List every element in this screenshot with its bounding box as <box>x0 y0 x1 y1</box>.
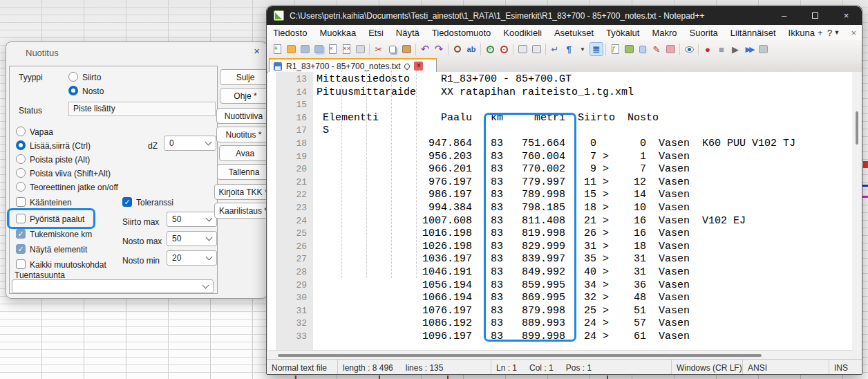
menu-ikkuna[interactable]: Ikkuna <box>782 28 821 38</box>
menu-nayta[interactable]: Näytä <box>390 28 426 38</box>
dropdown-caret-icon[interactable]: ▼ <box>576 42 589 56</box>
zoom-in-icon[interactable]: + <box>483 42 497 56</box>
nuottiviiva-button[interactable]: Nuottiviiva <box>216 108 271 124</box>
radio-teoreettinen-label[interactable]: Teoreettinen jatke on/off <box>30 183 118 192</box>
macro-run-multiple-icon[interactable]: ▶▶ <box>742 42 756 56</box>
radio-poista-viiva-label[interactable]: Poista viiva (Shift+Alt) <box>30 169 111 178</box>
tab-close-icon[interactable]: × <box>414 62 423 71</box>
word-wrap-icon[interactable]: ↵ <box>548 42 562 56</box>
tab-list-arrow-icon[interactable]: ▼ <box>833 29 840 36</box>
menu-asetukset[interactable]: Asetukset <box>548 28 600 38</box>
copy-icon[interactable] <box>386 42 399 56</box>
checkbox-nayta-elementit-label[interactable]: Näytä elementit <box>30 245 87 255</box>
horizontal-scrollbar-thumb[interactable] <box>278 354 762 357</box>
pin-icon[interactable] <box>404 62 411 70</box>
undo-icon[interactable]: ↶ <box>418 42 432 56</box>
replace-icon[interactable]: ab <box>464 42 478 56</box>
macro-play-icon[interactable]: ▶ <box>728 42 742 56</box>
status-eol[interactable]: Windows (CR LF) <box>677 363 742 373</box>
menu-muokkaa[interactable]: Muokkaa <box>313 28 362 38</box>
kaarilistaus-button[interactable]: Kaarilistaus * <box>214 203 272 219</box>
project-panel-icon[interactable] <box>663 42 677 56</box>
checkbox-tukemiskone-km-label[interactable]: Tukemiskone km <box>30 230 92 239</box>
new-tab-plus-icon[interactable]: + <box>818 28 823 38</box>
macro-record-icon[interactable]: ● <box>701 42 715 56</box>
indent-guide-icon[interactable]: ≣ <box>589 42 603 56</box>
vertical-scrollbar-thumb[interactable] <box>856 111 858 145</box>
siirto-max-combo[interactable]: 50 <box>167 212 217 227</box>
cut-icon[interactable]: ✂ <box>372 42 386 56</box>
radio-siirto[interactable] <box>68 72 78 82</box>
menu-liitannaiset[interactable]: Liitännäiset <box>724 28 782 38</box>
radio-poista-piste-label[interactable]: Poista piste (Alt) <box>30 155 90 165</box>
menu-tyokalut[interactable]: Työkalut <box>600 28 645 38</box>
show-symbols-icon[interactable]: ¶ <box>562 42 576 56</box>
menu-koodikieli[interactable]: Koodikieli <box>497 28 548 38</box>
print-icon[interactable] <box>353 42 367 56</box>
menu-etsi[interactable]: Etsi <box>362 28 390 38</box>
sync-vertical-icon[interactable] <box>516 42 529 56</box>
close-button[interactable]: × <box>831 6 862 25</box>
sync-horizontal-icon[interactable] <box>529 42 543 56</box>
sulje-button[interactable]: Sulje <box>220 69 271 85</box>
dz-combo[interactable]: 0 <box>164 136 216 151</box>
macro-stop-icon[interactable]: ■ <box>715 42 728 56</box>
vertical-scrollbar[interactable] <box>852 72 862 350</box>
radio-lisaa-siirra-label[interactable]: Lisää,siirrä (Ctrl) <box>30 141 91 151</box>
checkbox-kaanteinen[interactable] <box>16 197 26 207</box>
dialog-close-icon[interactable]: × <box>254 45 260 57</box>
radio-siirto-label[interactable]: Siirto <box>82 73 101 82</box>
checkbox-kaikki-muutoskohdat[interactable] <box>16 259 26 269</box>
tallenna-button[interactable]: Tallenna <box>217 164 271 180</box>
menu-tiedostomuoto[interactable]: Tiedostomuoto <box>426 28 498 38</box>
checkbox-kaanteinen-label[interactable]: Käänteinen <box>30 198 72 207</box>
horizontal-scrollbar[interactable] <box>268 350 852 359</box>
zoom-out-icon[interactable]: - <box>497 42 511 56</box>
paste-icon[interactable] <box>399 42 413 56</box>
checkbox-kaikki-muutoskohdat-label[interactable]: Kaikki muutoskohdat <box>30 260 106 270</box>
close-tab-icon[interactable]: × <box>851 28 856 38</box>
open-file-icon[interactable] <box>284 42 298 56</box>
radio-teoreettinen[interactable] <box>16 182 26 192</box>
kirjoita-tkk-button[interactable]: Kirjoita TKK * <box>214 184 272 200</box>
radio-lisaa-siirra[interactable] <box>16 140 26 150</box>
new-file-icon[interactable]: + <box>270 42 284 56</box>
ohje-button[interactable]: Ohje * <box>220 88 271 104</box>
tab-active[interactable]: R1_83+700 - 85+700_notes.txt × <box>269 58 437 73</box>
close-all-icon[interactable]: ×× <box>339 42 353 56</box>
checkbox-toleranssi-label[interactable]: Toleranssi <box>136 198 173 207</box>
checkbox-toleranssi[interactable]: ✓ <box>122 197 132 207</box>
nosto-min-combo[interactable]: 20 <box>167 250 217 266</box>
close-file-icon[interactable]: × <box>326 42 339 56</box>
nuotitus-button[interactable]: Nuotitus * <box>216 127 271 142</box>
nosto-max-combo[interactable]: 50 <box>167 231 217 246</box>
maximize-button[interactable] <box>800 6 831 25</box>
radio-poista-viiva[interactable] <box>16 168 26 178</box>
checkbox-tukemiskone-km[interactable]: ✓ <box>16 229 26 239</box>
find-icon[interactable] <box>451 42 464 56</box>
radio-poista-piste[interactable] <box>16 154 26 164</box>
document-list-icon[interactable]: ✎ <box>650 42 663 56</box>
menu-suorita[interactable]: Suorita <box>683 28 724 38</box>
menubar: Tiedosto Muokkaa Etsi Näytä Tiedostomuot… <box>267 25 862 40</box>
macro-save-icon[interactable] <box>756 42 770 56</box>
avaa-button[interactable]: Avaa <box>219 145 271 161</box>
radio-nosto[interactable] <box>68 86 78 95</box>
radio-vapaa[interactable] <box>16 127 26 136</box>
status-encoding[interactable]: ANSI <box>748 363 767 373</box>
tuentasuunta-combo[interactable] <box>12 279 214 293</box>
radio-nosto-label[interactable]: Nosto <box>82 86 104 96</box>
function-list-icon[interactable]: ƒ <box>608 42 622 56</box>
redo-icon[interactable]: ↷ <box>432 42 446 56</box>
document-map-icon[interactable] <box>636 42 650 56</box>
menu-makro[interactable]: Makro <box>645 28 683 38</box>
radio-vapaa-label[interactable]: Vapaa <box>30 127 53 137</box>
minimize-button[interactable]: – <box>768 6 800 25</box>
menu-tiedosto[interactable]: Tiedosto <box>267 28 313 38</box>
folder-as-workspace-icon[interactable] <box>622 42 636 56</box>
save-all-icon[interactable] <box>312 42 326 56</box>
checkbox-nayta-elementit[interactable]: ✓ <box>16 244 26 254</box>
status-ins[interactable]: INS <box>834 363 848 373</box>
monitoring-eye-icon[interactable] <box>682 42 696 56</box>
save-icon[interactable] <box>298 42 312 56</box>
